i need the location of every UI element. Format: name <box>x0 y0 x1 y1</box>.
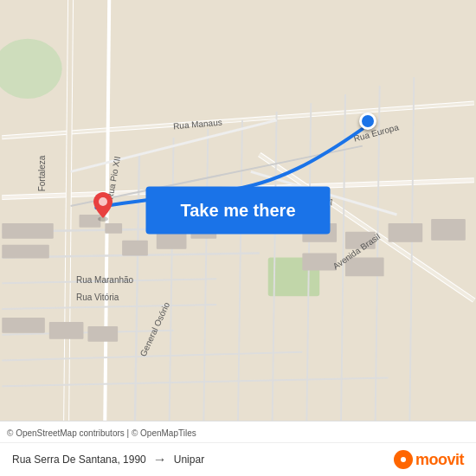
svg-rect-36 <box>157 232 187 249</box>
moovit-icon <box>394 450 413 469</box>
route-from: Rua Serra De Santana, 1990 <box>12 453 146 466</box>
svg-point-49 <box>99 197 107 206</box>
destination-marker <box>359 113 376 130</box>
map-area: Rua Europa Rua Manaus Fortaleza Rua Pio … <box>0 0 476 421</box>
svg-rect-40 <box>345 232 376 249</box>
svg-rect-44 <box>345 258 384 277</box>
route-arrow: → <box>153 452 167 467</box>
moovit-text: moovit <box>415 451 464 469</box>
svg-rect-32 <box>105 223 122 234</box>
route-to: Unipar <box>174 453 204 466</box>
svg-rect-35 <box>122 241 148 256</box>
svg-rect-47 <box>87 326 118 342</box>
svg-rect-42 <box>431 219 466 241</box>
svg-rect-46 <box>49 322 84 339</box>
svg-rect-34 <box>2 245 49 259</box>
svg-rect-41 <box>389 223 423 242</box>
map-attribution: © OpenStreetMap contributors | © OpenMap… <box>7 428 196 438</box>
app-container: Rua Europa Rua Manaus Fortaleza Rua Pio … <box>0 0 476 476</box>
take-me-there-button[interactable]: Take me there <box>145 187 330 235</box>
route-info-bar: Rua Serra De Santana, 1990 → Unipar moov… <box>0 442 476 476</box>
svg-rect-45 <box>2 318 45 333</box>
origin-marker <box>91 190 115 222</box>
moovit-logo: moovit <box>394 450 464 469</box>
attribution-bar: © OpenStreetMap contributors | © OpenMap… <box>0 421 476 442</box>
svg-rect-43 <box>302 254 337 271</box>
svg-point-51 <box>401 457 406 462</box>
svg-rect-33 <box>2 223 54 239</box>
